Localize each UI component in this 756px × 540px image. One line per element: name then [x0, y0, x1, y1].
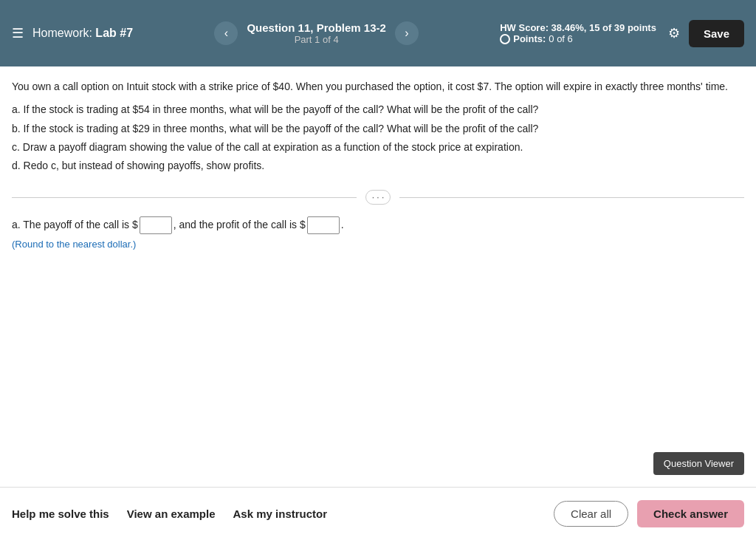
divider-dots: · · · [365, 190, 391, 205]
answer-prefix: a. The payoff of the call is $ [12, 219, 138, 230]
part-b-text: b. If the stock is trading at $29 in thr… [12, 120, 744, 138]
homework-title: Homework: Lab #7 [32, 27, 133, 40]
divider-line-left [12, 197, 357, 198]
help-solve-button[interactable]: Help me solve this [12, 507, 109, 520]
hw-score-section: HW Score: 38.46%, 15 of 39 points Points… [500, 22, 656, 44]
part-a-text: a. If the stock is trading at $54 in thr… [12, 100, 744, 119]
answer-suffix: . [341, 219, 344, 230]
footer-left: Help me solve this View an example Ask m… [12, 507, 554, 520]
view-example-button[interactable]: View an example [127, 507, 216, 520]
spacer [12, 250, 744, 452]
clear-all-button[interactable]: Clear all [554, 501, 628, 527]
check-answer-button[interactable]: Check answer [637, 500, 744, 527]
save-button[interactable]: Save [689, 20, 744, 47]
hw-score-label: HW Score: [500, 22, 549, 33]
question-info: Question 11, Problem 13-2 Part 1 of 4 [247, 21, 385, 45]
main-content: You own a call option on Intuit stock wi… [0, 66, 756, 487]
homework-label: Homework: [32, 27, 92, 39]
next-question-button[interactable]: › [395, 21, 419, 45]
points-circle-icon [500, 34, 510, 44]
footer-right: Clear all Check answer [554, 500, 744, 527]
payoff-input[interactable] [140, 216, 172, 234]
homework-name: Lab #7 [95, 27, 133, 39]
settings-icon[interactable]: ⚙ [668, 25, 680, 41]
hw-score-value: 38.46%, 15 of 39 points [551, 22, 656, 33]
divider: · · · [12, 190, 744, 205]
prev-question-button[interactable]: ‹ [214, 21, 238, 45]
answer-middle: , and the profit of the call is $ [173, 219, 306, 230]
hw-score: HW Score: 38.46%, 15 of 39 points [500, 22, 656, 33]
points-label: Points: [513, 33, 546, 44]
divider-line-right [399, 197, 744, 198]
question-nav: ‹ Question 11, Problem 13-2 Part 1 of 4 … [214, 21, 418, 45]
footer: Help me solve this View an example Ask m… [0, 487, 756, 540]
round-note: (Round to the nearest dollar.) [12, 239, 744, 250]
part-c-text: c. Draw a payoff diagram showing the val… [12, 138, 744, 157]
ask-instructor-button[interactable]: Ask my instructor [233, 507, 328, 520]
question-viewer-area: Question Viewer [653, 452, 744, 475]
profit-input[interactable] [307, 216, 340, 234]
question-part: Part 1 of 4 [247, 34, 385, 45]
answer-area: a. The payoff of the call is $, and the … [12, 216, 744, 250]
problem-parts: a. If the stock is trading at $54 in thr… [12, 100, 744, 175]
points-section: Points: 0 of 6 [500, 33, 573, 44]
question-viewer-button[interactable]: Question Viewer [653, 452, 744, 475]
menu-icon[interactable]: ☰ [12, 25, 24, 41]
header: ☰ Homework: Lab #7 ‹ Question 11, Proble… [0, 0, 756, 66]
points-value: 0 of 6 [549, 33, 573, 44]
question-title: Question 11, Problem 13-2 [247, 21, 385, 34]
problem-intro: You own a call option on Intuit stock wi… [12, 78, 744, 95]
part-d-text: d. Redo c, but instead of showing payoff… [12, 157, 744, 175]
